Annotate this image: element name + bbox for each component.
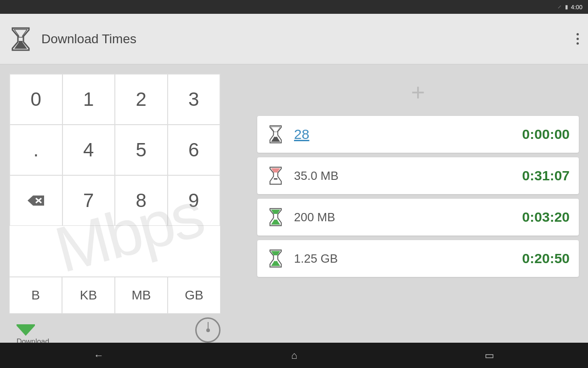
result-row: 1.25 GB 0:20:50	[257, 240, 579, 277]
result-row: 28 0:00:00	[257, 116, 579, 153]
add-button[interactable]: +	[257, 74, 579, 111]
hourglass-icon-full	[266, 208, 285, 226]
hourglass-icon-full-2	[266, 249, 285, 268]
download-arrow-icon	[17, 324, 35, 336]
result-time-1: 0:00:00	[522, 126, 570, 142]
plus-icon: +	[411, 80, 425, 104]
key-5[interactable]: 5	[115, 125, 168, 175]
status-bar: ⟋ ▮ 4:00	[0, 0, 588, 14]
menu-dot	[577, 42, 579, 45]
result-time-3: 0:03:20	[522, 209, 570, 225]
key-8[interactable]: 8	[115, 175, 168, 226]
main-content: Mbps 0 1 2 3 . 4 5 6 7	[0, 64, 588, 343]
result-label-4: 1.25 GB	[294, 252, 522, 266]
right-panel: + 28 0:00:00 35.0 MB 0:31:07	[257, 74, 579, 334]
arrow-triangle	[17, 326, 35, 336]
app-title: Download Times	[41, 32, 577, 46]
key-3[interactable]: 3	[168, 74, 220, 125]
menu-button[interactable]	[577, 33, 579, 45]
unit-kb[interactable]: KB	[62, 277, 115, 314]
key-9[interactable]: 9	[168, 175, 220, 226]
keypad-container: Mbps 0 1 2 3 . 4 5 6 7	[9, 74, 248, 314]
keypad-grid: 0 1 2 3 . 4 5 6 7 8 9	[9, 74, 220, 277]
measure-dial-icon	[195, 317, 220, 343]
unit-b[interactable]: B	[9, 277, 62, 314]
hourglass-icon-half	[266, 167, 285, 185]
signal-icon: ⟋	[557, 4, 562, 10]
key-0[interactable]: 0	[10, 74, 62, 125]
result-time-2: 0:31:07	[522, 168, 570, 184]
result-row: 200 MB 0:03:20	[257, 199, 579, 236]
keypad-area: Mbps 0 1 2 3 . 4 5 6 7	[9, 74, 248, 334]
unit-mb[interactable]: MB	[115, 277, 168, 314]
nav-bar: ← ⌂ ▭	[0, 343, 588, 368]
result-row: 35.0 MB 0:31:07	[257, 157, 579, 194]
key-dot[interactable]: .	[10, 125, 62, 175]
menu-dot	[577, 38, 579, 40]
hourglass-app-icon	[10, 27, 32, 51]
status-time: 4:00	[571, 4, 582, 11]
dial-needle	[208, 322, 209, 330]
result-label-2: 35.0 MB	[294, 169, 522, 183]
unit-gb[interactable]: GB	[168, 277, 220, 314]
key-backspace[interactable]	[10, 175, 62, 226]
app-icon	[9, 28, 32, 51]
hourglass-icon-empty	[266, 125, 285, 144]
key-7[interactable]: 7	[62, 175, 115, 226]
key-6[interactable]: 6	[168, 125, 220, 175]
key-4[interactable]: 4	[62, 125, 115, 175]
unit-row: B KB MB GB	[9, 277, 220, 314]
home-button[interactable]: ⌂	[291, 350, 297, 362]
result-label-3: 200 MB	[294, 210, 522, 224]
measure-dial	[195, 317, 220, 343]
menu-dot	[577, 33, 579, 35]
result-time-4: 0:20:50	[522, 251, 570, 266]
back-button[interactable]: ←	[94, 350, 104, 362]
key-1[interactable]: 1	[62, 74, 115, 125]
key-2[interactable]: 2	[115, 74, 168, 125]
battery-icon: ▮	[565, 4, 568, 10]
recent-button[interactable]: ▭	[485, 350, 494, 362]
app-bar: Download Times	[0, 14, 588, 64]
result-label-1: 28	[294, 126, 522, 142]
